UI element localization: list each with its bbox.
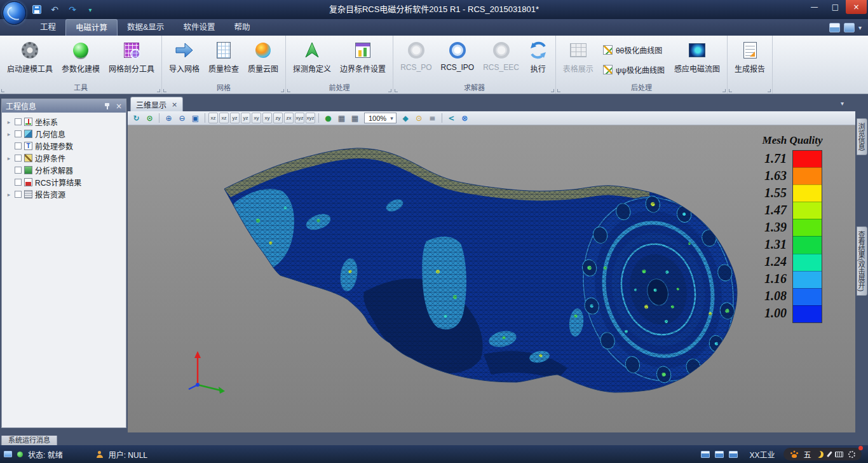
tree-item-boundary-conditions[interactable]: ▸ 边界条件 (3, 152, 125, 164)
zoom-in-button[interactable]: ⊕ (163, 113, 175, 124)
theta-polarization-curve-button[interactable]: θθ极化曲线图 (598, 40, 670, 60)
ime-mode-label[interactable]: 五 (803, 449, 811, 460)
undo-button[interactable]: ↶ (48, 3, 61, 16)
view-orientation-button[interactable]: xy (262, 113, 272, 123)
quality-check-button[interactable]: 质量检查 (204, 38, 243, 74)
light-toggle-button[interactable]: ⊙ (413, 113, 425, 124)
view-orientation-button[interactable]: zx (284, 113, 294, 123)
zoom-level-select[interactable]: 100% ▾ (364, 113, 397, 123)
tree-item-coordinate-system[interactable]: ▸ 坐标系 (3, 116, 125, 128)
induced-current-map-button[interactable]: 感应电磁流图 (670, 38, 724, 74)
shaded-view-button[interactable]: ● (322, 113, 334, 124)
menu-tab-project[interactable]: 工程 (31, 19, 65, 36)
tree-checkbox[interactable] (15, 155, 22, 162)
expander-icon[interactable]: ▸ (6, 131, 12, 137)
launch-modeling-tool-button[interactable]: 启动建模工具 (3, 38, 57, 74)
tab-3d-display[interactable]: 三维显示 × (130, 97, 183, 111)
view-orientation-button[interactable]: yz (241, 113, 250, 123)
maximize-button[interactable]: □ (825, 0, 846, 14)
close-button[interactable]: × (846, 0, 867, 14)
panel-close-icon[interactable]: × (116, 102, 122, 111)
view-orientation-button[interactable]: yz (230, 113, 240, 123)
save-button[interactable] (31, 3, 43, 16)
execute-button[interactable]: 执行 (524, 38, 553, 74)
gear-icon[interactable] (848, 451, 855, 458)
tree-checkbox[interactable] (15, 130, 22, 137)
model-canvas (128, 125, 855, 432)
view-orientation-button[interactable]: xyz (306, 113, 315, 123)
grid-toggle-button[interactable]: ▦ (349, 113, 361, 124)
system-messages-tab[interactable]: 系统运行消息 (1, 436, 57, 446)
ribbon-group-solver: RCS_PO RCS_IPO RCS_EEC (393, 36, 556, 93)
taskbar-window-icon[interactable] (715, 451, 724, 458)
close-view-button[interactable]: ⊗ (459, 113, 471, 124)
quality-contour-button[interactable]: 质量云图 (243, 38, 283, 74)
menu-tab-em-computation[interactable]: 电磁计算 (65, 19, 118, 36)
taskbar-window-icon[interactable] (729, 451, 738, 458)
ime-paw-icon[interactable] (790, 450, 798, 458)
tab-list-dropdown-icon[interactable]: ▾ (841, 100, 844, 107)
zoom-window-button[interactable]: ▣ (189, 113, 201, 124)
table-display-button[interactable]: 表格展示 (559, 38, 598, 74)
pin-icon[interactable] (104, 102, 110, 109)
viewport-3d[interactable]: Mesh Quality 1.71 1.63 1.55 1.47 1.39 1.… (128, 125, 855, 432)
layers-button[interactable]: ≡ (426, 113, 438, 124)
display-icon[interactable] (844, 23, 855, 32)
flow-share-button[interactable]: < (445, 113, 458, 124)
tab-close-icon[interactable]: × (172, 100, 177, 109)
orbit-view-button[interactable]: ⊙ (144, 113, 156, 124)
menu-tab-help[interactable]: 帮助 (224, 19, 259, 36)
expander-icon[interactable]: ▸ (6, 155, 12, 162)
contour-sphere-icon (255, 43, 271, 58)
view-orientation-button[interactable]: xz (219, 113, 229, 123)
view-orientation-button[interactable]: xyz (295, 113, 304, 123)
input-method-bar[interactable]: 五 (783, 448, 862, 460)
tree-item-analysis-solver[interactable]: ▸ 分析求解器 (3, 164, 125, 176)
boundary-condition-settings-button[interactable]: 边界条件设置 (336, 38, 390, 74)
rcs-eec-button[interactable]: RCS_EEC (478, 38, 524, 72)
menu-tab-data-display[interactable]: 数据&显示 (118, 19, 173, 36)
ribbon-group-preprocess: 探测角定义 边界条件设置 前处理 (286, 36, 393, 93)
generate-report-button[interactable]: 生成报告 (730, 38, 770, 74)
taskbar-window-icon[interactable] (701, 451, 710, 458)
psi-polarization-curve-button[interactable]: ψψ极化曲线图 (598, 60, 670, 79)
view-orientation-button[interactable]: zy (273, 113, 283, 123)
mesh-quality-legend: Mesh Quality 1.71 1.63 1.55 1.47 1.39 1.… (752, 134, 833, 323)
tree-checkbox[interactable] (15, 118, 22, 125)
import-mesh-button[interactable]: 导入网格 (165, 38, 204, 74)
parametric-modeling-button[interactable]: 参数化建模 (57, 38, 104, 74)
tree-item-preprocess-params[interactable]: ▸ 前处理参数 (3, 140, 125, 152)
rcs-ipo-button[interactable]: RCS_IPO (436, 38, 478, 72)
expander-icon[interactable]: ▸ (6, 191, 12, 198)
tree-checkbox[interactable] (15, 191, 22, 198)
view-orientation-button[interactable]: xz (208, 113, 218, 123)
legend-value: 1.71 (752, 150, 792, 167)
zoom-out-button[interactable]: ⊖ (176, 113, 188, 124)
moon-icon[interactable] (817, 451, 824, 458)
keyboard-icon[interactable] (835, 452, 843, 457)
quick-access-more-button[interactable]: ▾ (84, 3, 97, 16)
browse-info-tab[interactable]: 浏览信息 (857, 118, 867, 155)
view-results-tab[interactable]: 查看结果(双击展开) (857, 226, 867, 296)
tree-checkbox[interactable] (15, 179, 22, 186)
tree-item-geometry-info[interactable]: ▸ 几何信息 (3, 128, 125, 140)
wireframe-view-button[interactable]: ▦ (336, 113, 348, 124)
rotate-view-button[interactable]: ↻ (130, 113, 142, 124)
menu-tab-software-settings[interactable]: 软件设置 (173, 19, 224, 36)
view-orientation-button[interactable]: xy (252, 113, 261, 123)
mesh-partition-tool-button[interactable]: 网格剖分工具 (104, 38, 159, 74)
expander-icon[interactable]: ▸ (6, 119, 12, 125)
pen-icon[interactable] (827, 451, 832, 457)
tree-item-rcs-results[interactable]: ▸ RCS计算结果 (3, 176, 125, 188)
button-label: 感应电磁流图 (674, 63, 720, 74)
redo-button[interactable]: ↷ (66, 3, 79, 16)
probe-angle-define-button[interactable]: 探测角定义 (288, 38, 336, 74)
panel-toggle-icon[interactable] (829, 23, 840, 32)
menu-more-icon[interactable]: ▾ (858, 24, 862, 31)
tree-checkbox[interactable] (15, 167, 22, 174)
minimize-button[interactable]: — (804, 0, 825, 14)
tree-item-report-resources[interactable]: ▸ 报告资源 (3, 188, 125, 200)
render-mode-button[interactable]: ◆ (400, 113, 412, 124)
rcs-po-button[interactable]: RCS_PO (396, 38, 436, 72)
tree-checkbox[interactable] (15, 142, 22, 149)
